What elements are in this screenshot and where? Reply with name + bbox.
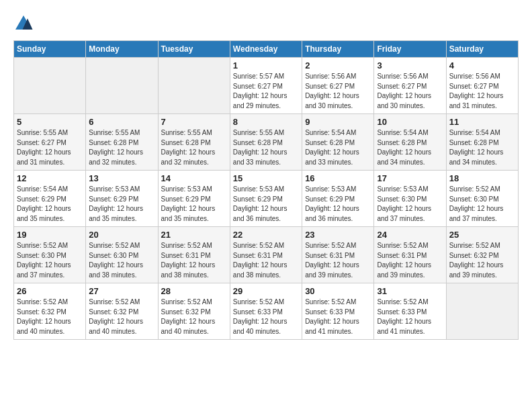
day-info: Sunrise: 5:53 AM Sunset: 6:29 PM Dayligh… <box>161 185 227 224</box>
weekday-header-thursday: Thursday <box>302 41 374 58</box>
calendar-cell: 18Sunrise: 5:52 AM Sunset: 6:30 PM Dayli… <box>446 171 518 227</box>
calendar-cell: 16Sunrise: 5:53 AM Sunset: 6:29 PM Dayli… <box>302 171 374 227</box>
weekday-header-friday: Friday <box>374 41 446 58</box>
day-info: Sunrise: 5:56 AM Sunset: 6:27 PM Dayligh… <box>449 72 515 111</box>
calendar-cell <box>86 58 158 114</box>
day-number: 27 <box>89 286 154 296</box>
day-info: Sunrise: 5:55 AM Sunset: 6:28 PM Dayligh… <box>89 128 154 167</box>
day-info: Sunrise: 5:57 AM Sunset: 6:27 PM Dayligh… <box>233 72 299 111</box>
calendar-cell: 21Sunrise: 5:52 AM Sunset: 6:31 PM Dayli… <box>158 227 230 283</box>
calendar-cell: 22Sunrise: 5:52 AM Sunset: 6:31 PM Dayli… <box>230 227 302 283</box>
day-number: 11 <box>449 117 515 127</box>
calendar-cell: 12Sunrise: 5:54 AM Sunset: 6:29 PM Dayli… <box>14 171 86 227</box>
day-info: Sunrise: 5:55 AM Sunset: 6:27 PM Dayligh… <box>17 128 83 167</box>
day-number: 14 <box>161 173 227 183</box>
calendar-cell: 31Sunrise: 5:52 AM Sunset: 6:33 PM Dayli… <box>374 283 446 340</box>
logo <box>13 13 36 34</box>
calendar-cell: 15Sunrise: 5:53 AM Sunset: 6:29 PM Dayli… <box>230 171 302 227</box>
calendar-cell: 26Sunrise: 5:52 AM Sunset: 6:32 PM Dayli… <box>14 283 86 340</box>
day-number: 18 <box>449 173 515 183</box>
weekday-header-wednesday: Wednesday <box>230 41 302 58</box>
day-number: 2 <box>305 60 371 71</box>
calendar-cell <box>446 283 518 340</box>
calendar-cell: 7Sunrise: 5:55 AM Sunset: 6:28 PM Daylig… <box>158 114 230 171</box>
day-info: Sunrise: 5:52 AM Sunset: 6:31 PM Dayligh… <box>305 241 371 280</box>
calendar-cell: 30Sunrise: 5:52 AM Sunset: 6:33 PM Dayli… <box>302 283 374 340</box>
calendar-cell: 19Sunrise: 5:52 AM Sunset: 6:30 PM Dayli… <box>14 227 86 283</box>
day-number: 8 <box>233 117 299 127</box>
weekday-header-saturday: Saturday <box>446 41 518 58</box>
day-number: 25 <box>449 230 515 240</box>
calendar-cell: 5Sunrise: 5:55 AM Sunset: 6:27 PM Daylig… <box>14 114 86 171</box>
day-info: Sunrise: 5:53 AM Sunset: 6:29 PM Dayligh… <box>305 185 371 224</box>
day-info: Sunrise: 5:52 AM Sunset: 6:30 PM Dayligh… <box>449 185 515 224</box>
calendar-cell: 28Sunrise: 5:52 AM Sunset: 6:32 PM Dayli… <box>158 283 230 340</box>
day-number: 5 <box>17 117 83 127</box>
day-number: 10 <box>377 117 443 127</box>
day-info: Sunrise: 5:52 AM Sunset: 6:33 PM Dayligh… <box>233 298 299 336</box>
calendar-cell: 3Sunrise: 5:56 AM Sunset: 6:27 PM Daylig… <box>374 58 446 114</box>
calendar-week-1: 1Sunrise: 5:57 AM Sunset: 6:27 PM Daylig… <box>14 58 519 114</box>
calendar-cell: 20Sunrise: 5:52 AM Sunset: 6:30 PM Dayli… <box>86 227 158 283</box>
day-number: 12 <box>17 173 83 183</box>
logo-icon <box>13 13 34 34</box>
day-number: 22 <box>233 230 299 240</box>
day-info: Sunrise: 5:53 AM Sunset: 6:29 PM Dayligh… <box>233 185 299 224</box>
weekday-header-monday: Monday <box>86 41 158 58</box>
calendar-week-2: 5Sunrise: 5:55 AM Sunset: 6:27 PM Daylig… <box>14 114 519 171</box>
day-number: 31 <box>377 286 443 296</box>
day-info: Sunrise: 5:55 AM Sunset: 6:28 PM Dayligh… <box>233 128 299 167</box>
day-info: Sunrise: 5:54 AM Sunset: 6:29 PM Dayligh… <box>17 185 83 224</box>
day-number: 26 <box>17 286 83 296</box>
day-number: 3 <box>377 60 443 71</box>
day-info: Sunrise: 5:52 AM Sunset: 6:32 PM Dayligh… <box>161 298 227 336</box>
day-info: Sunrise: 5:52 AM Sunset: 6:30 PM Dayligh… <box>17 241 83 280</box>
day-number: 21 <box>161 230 227 240</box>
weekday-header-tuesday: Tuesday <box>158 41 230 58</box>
day-info: Sunrise: 5:52 AM Sunset: 6:32 PM Dayligh… <box>449 241 515 280</box>
day-number: 1 <box>233 60 299 71</box>
day-info: Sunrise: 5:56 AM Sunset: 6:27 PM Dayligh… <box>377 72 443 111</box>
day-number: 24 <box>377 230 443 240</box>
calendar-cell: 10Sunrise: 5:54 AM Sunset: 6:28 PM Dayli… <box>374 114 446 171</box>
day-info: Sunrise: 5:55 AM Sunset: 6:28 PM Dayligh… <box>161 128 227 167</box>
day-info: Sunrise: 5:52 AM Sunset: 6:31 PM Dayligh… <box>377 241 443 280</box>
calendar-cell: 11Sunrise: 5:54 AM Sunset: 6:28 PM Dayli… <box>446 114 518 171</box>
day-number: 28 <box>161 286 227 296</box>
day-info: Sunrise: 5:54 AM Sunset: 6:28 PM Dayligh… <box>305 128 371 167</box>
calendar-cell: 4Sunrise: 5:56 AM Sunset: 6:27 PM Daylig… <box>446 58 518 114</box>
page-header <box>13 13 519 34</box>
calendar-body: 1Sunrise: 5:57 AM Sunset: 6:27 PM Daylig… <box>14 58 519 340</box>
day-info: Sunrise: 5:52 AM Sunset: 6:31 PM Dayligh… <box>161 241 227 280</box>
calendar-cell: 14Sunrise: 5:53 AM Sunset: 6:29 PM Dayli… <box>158 171 230 227</box>
calendar-cell <box>158 58 230 114</box>
calendar-week-3: 12Sunrise: 5:54 AM Sunset: 6:29 PM Dayli… <box>14 171 519 227</box>
day-number: 7 <box>161 117 227 127</box>
day-info: Sunrise: 5:52 AM Sunset: 6:31 PM Dayligh… <box>233 241 299 280</box>
calendar-cell: 29Sunrise: 5:52 AM Sunset: 6:33 PM Dayli… <box>230 283 302 340</box>
day-number: 4 <box>449 60 515 71</box>
day-info: Sunrise: 5:52 AM Sunset: 6:33 PM Dayligh… <box>377 298 443 336</box>
day-number: 9 <box>305 117 371 127</box>
calendar-week-4: 19Sunrise: 5:52 AM Sunset: 6:30 PM Dayli… <box>14 227 519 283</box>
calendar-cell: 8Sunrise: 5:55 AM Sunset: 6:28 PM Daylig… <box>230 114 302 171</box>
day-number: 20 <box>89 230 154 240</box>
day-info: Sunrise: 5:54 AM Sunset: 6:28 PM Dayligh… <box>449 128 515 167</box>
day-number: 29 <box>233 286 299 296</box>
calendar-week-5: 26Sunrise: 5:52 AM Sunset: 6:32 PM Dayli… <box>14 283 519 340</box>
calendar-cell: 1Sunrise: 5:57 AM Sunset: 6:27 PM Daylig… <box>230 58 302 114</box>
day-number: 23 <box>305 230 371 240</box>
day-info: Sunrise: 5:52 AM Sunset: 6:32 PM Dayligh… <box>17 298 83 336</box>
day-number: 13 <box>89 173 154 183</box>
day-number: 30 <box>305 286 371 296</box>
calendar-cell <box>14 58 86 114</box>
calendar-cell: 6Sunrise: 5:55 AM Sunset: 6:28 PM Daylig… <box>86 114 158 171</box>
calendar-cell: 2Sunrise: 5:56 AM Sunset: 6:27 PM Daylig… <box>302 58 374 114</box>
day-info: Sunrise: 5:52 AM Sunset: 6:30 PM Dayligh… <box>89 241 154 280</box>
weekday-header-sunday: Sunday <box>14 41 86 58</box>
day-number: 19 <box>17 230 83 240</box>
day-info: Sunrise: 5:52 AM Sunset: 6:33 PM Dayligh… <box>305 298 371 336</box>
calendar-cell: 27Sunrise: 5:52 AM Sunset: 6:32 PM Dayli… <box>86 283 158 340</box>
calendar-cell: 24Sunrise: 5:52 AM Sunset: 6:31 PM Dayli… <box>374 227 446 283</box>
day-number: 16 <box>305 173 371 183</box>
